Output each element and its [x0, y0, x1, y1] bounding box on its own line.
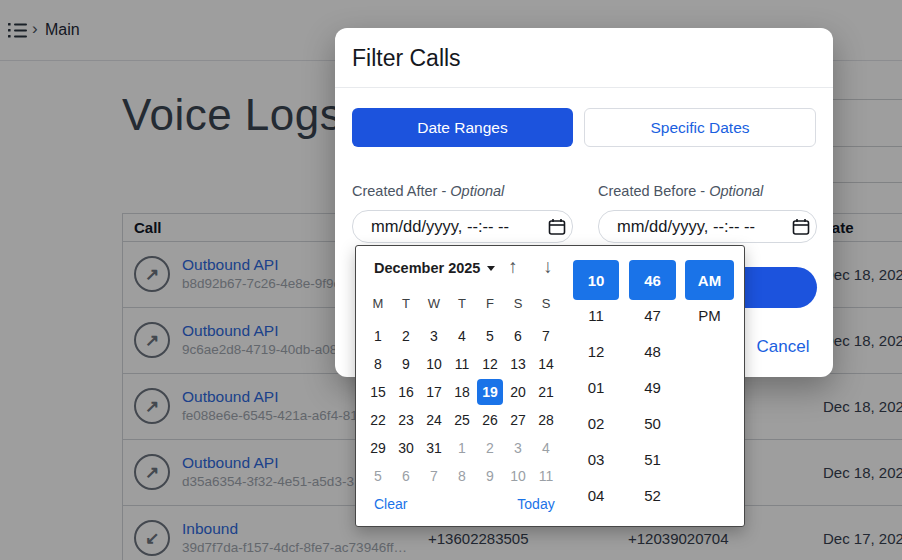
day-cell[interactable]: 7: [532, 322, 560, 350]
day-cell[interactable]: 31: [420, 434, 448, 462]
hour-option[interactable]: 04: [573, 478, 619, 514]
minute-option[interactable]: 49: [629, 370, 676, 406]
calendar-icon[interactable]: [548, 218, 566, 236]
day-cell[interactable]: 2: [392, 322, 420, 350]
selected-meridiem[interactable]: AM: [685, 260, 734, 300]
calendar-icon[interactable]: [792, 218, 810, 236]
day-cell[interactable]: 5: [476, 322, 504, 350]
clear-button[interactable]: Clear: [374, 496, 407, 512]
tab-date-ranges[interactable]: Date Ranges: [352, 108, 573, 147]
weekday-label: M: [364, 296, 392, 314]
day-cell[interactable]: 8: [448, 462, 476, 490]
day-cell[interactable]: 16: [392, 378, 420, 406]
hour-option[interactable]: 01: [573, 370, 619, 406]
day-cell[interactable]: 2: [476, 434, 504, 462]
month-year-dropdown[interactable]: December 2025: [374, 260, 495, 276]
datetime-picker-popup: December 2025 ↑ ↓ MTWTFSS 12345678910111…: [355, 245, 745, 527]
day-cell[interactable]: 6: [392, 462, 420, 490]
day-cell[interactable]: 15: [364, 378, 392, 406]
day-cell[interactable]: 7: [420, 462, 448, 490]
day-cell[interactable]: 11: [532, 462, 560, 490]
created-after-input[interactable]: [352, 210, 573, 243]
minute-option[interactable]: 50: [629, 406, 676, 442]
day-cell[interactable]: 23: [392, 406, 420, 434]
day-cell[interactable]: 17: [420, 378, 448, 406]
day-cell[interactable]: 1: [448, 434, 476, 462]
day-cell[interactable]: 24: [420, 406, 448, 434]
day-cell[interactable]: 11: [448, 350, 476, 378]
weekday-label: W: [420, 296, 448, 314]
day-cell[interactable]: 28: [532, 406, 560, 434]
tab-specific-dates[interactable]: Specific Dates: [584, 108, 816, 147]
previous-month-arrow-icon[interactable]: ↑: [501, 255, 525, 279]
day-cell[interactable]: 30: [392, 434, 420, 462]
day-cell[interactable]: 21: [532, 378, 560, 406]
day-cell[interactable]: 20: [504, 378, 532, 406]
weekday-label: T: [392, 296, 420, 314]
dropdown-caret-icon: [487, 266, 495, 271]
modal-header: Filter Calls: [335, 28, 833, 88]
day-cell[interactable]: 14: [532, 350, 560, 378]
meridiem-option[interactable]: PM: [685, 298, 734, 334]
day-cell[interactable]: 29: [364, 434, 392, 462]
hour-option[interactable]: 12: [573, 334, 619, 370]
today-button[interactable]: Today: [516, 496, 556, 512]
minute-option[interactable]: 51: [629, 442, 676, 478]
hour-option[interactable]: 03: [573, 442, 619, 478]
created-before-label: Created Before - Optional: [598, 183, 763, 199]
day-cell[interactable]: 1: [364, 322, 392, 350]
day-cell[interactable]: 13: [504, 350, 532, 378]
modal-title: Filter Calls: [352, 45, 461, 72]
day-cell[interactable]: 10: [504, 462, 532, 490]
minute-option[interactable]: 47: [629, 298, 676, 334]
day-cell[interactable]: 27: [504, 406, 532, 434]
day-cell[interactable]: 18: [448, 378, 476, 406]
day-cell[interactable]: 19: [476, 378, 504, 406]
day-cell[interactable]: 3: [504, 434, 532, 462]
day-cell[interactable]: 9: [392, 350, 420, 378]
selected-hour[interactable]: 10: [573, 260, 619, 300]
next-month-arrow-icon[interactable]: ↓: [536, 255, 560, 279]
day-cell[interactable]: 22: [364, 406, 392, 434]
cancel-button[interactable]: Cancel: [755, 337, 811, 357]
weekday-label: S: [504, 296, 532, 314]
day-cell[interactable]: 4: [448, 322, 476, 350]
weekday-label: T: [448, 296, 476, 314]
created-after-label: Created After - Optional: [352, 183, 504, 199]
hour-option[interactable]: 11: [573, 298, 619, 334]
day-cell[interactable]: 12: [476, 350, 504, 378]
minute-option[interactable]: 48: [629, 334, 676, 370]
day-cell[interactable]: 6: [504, 322, 532, 350]
day-cell[interactable]: 3: [420, 322, 448, 350]
weekday-label: S: [532, 296, 560, 314]
day-cell[interactable]: 8: [364, 350, 392, 378]
day-cell[interactable]: 9: [476, 462, 504, 490]
day-cell[interactable]: 5: [364, 462, 392, 490]
voice-logs-page: › Main Voice Logs Call Date ↗Outbound AP…: [0, 0, 902, 560]
day-cell[interactable]: 25: [448, 406, 476, 434]
day-cell[interactable]: 4: [532, 434, 560, 462]
selected-day: 19: [477, 379, 503, 405]
day-cell[interactable]: 26: [476, 406, 504, 434]
weekday-label: F: [476, 296, 504, 314]
day-cell[interactable]: 10: [420, 350, 448, 378]
hour-option[interactable]: 02: [573, 406, 619, 442]
selected-minute[interactable]: 46: [629, 260, 676, 300]
minute-option[interactable]: 52: [629, 478, 676, 514]
created-before-input[interactable]: [598, 210, 817, 243]
